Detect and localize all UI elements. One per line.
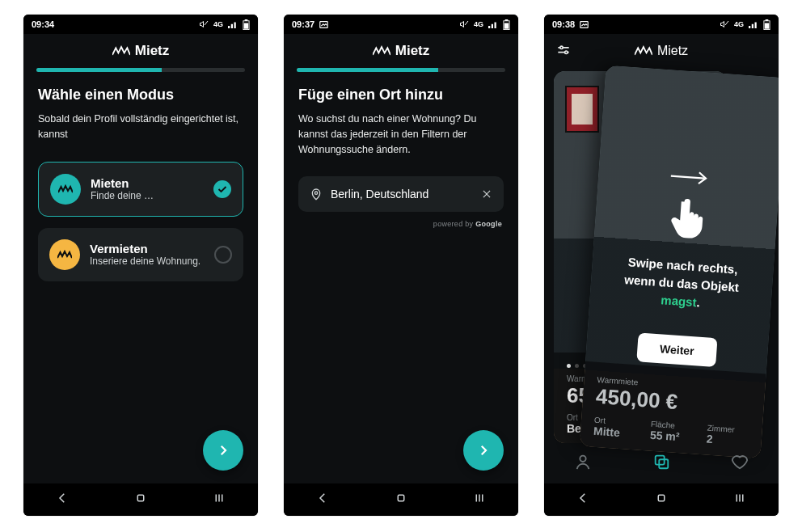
poster-decor bbox=[565, 86, 599, 133]
svg-rect-16 bbox=[398, 495, 404, 501]
onboarding-progress bbox=[297, 68, 505, 72]
mute-icon bbox=[459, 19, 469, 29]
screen-add-location: 09:37 4G Mietz Füge einen Ort hinzu Wo s… bbox=[284, 15, 518, 516]
clock: 09:34 bbox=[32, 19, 54, 29]
svg-line-29 bbox=[671, 176, 704, 179]
svg-rect-4 bbox=[137, 495, 144, 501]
location-value: Berlin, Deutschland bbox=[331, 188, 473, 201]
brand-name: Mietz bbox=[395, 43, 430, 59]
clear-icon[interactable] bbox=[481, 188, 492, 200]
arrow-right-icon bbox=[667, 167, 711, 191]
swipe-instruction: Swipe nach rechts, wenn du das Objekt ma… bbox=[623, 253, 741, 314]
svg-rect-11 bbox=[505, 19, 509, 21]
battery-icon bbox=[763, 19, 770, 29]
mietz-logo-icon bbox=[50, 174, 81, 205]
battery-icon bbox=[503, 19, 510, 29]
filter-icon[interactable] bbox=[555, 43, 572, 59]
screen-mode-select: 09:34 4G Mietz Wähle einen Modus Sobald … bbox=[23, 15, 258, 516]
hand-pointer-icon bbox=[666, 196, 707, 244]
home-icon[interactable] bbox=[394, 491, 408, 509]
radio-unchecked-icon bbox=[214, 246, 232, 264]
bottom-tabs bbox=[544, 443, 779, 483]
tab-profile[interactable] bbox=[574, 453, 592, 474]
brand-name: Mietz bbox=[135, 43, 170, 59]
svg-point-13 bbox=[314, 192, 317, 194]
svg-rect-33 bbox=[658, 495, 665, 501]
network-4g-icon: 4G bbox=[213, 21, 223, 28]
page-title: Füge einen Ort hinzu bbox=[298, 87, 504, 103]
home-icon[interactable] bbox=[133, 491, 148, 509]
brand-logo: Mietz bbox=[635, 44, 688, 58]
app-bar: Mietz bbox=[284, 34, 518, 68]
svg-rect-12 bbox=[504, 23, 509, 29]
status-bar: 09:37 4G bbox=[284, 15, 518, 34]
screenshot-icon bbox=[319, 20, 328, 29]
screenshot-icon bbox=[580, 20, 589, 29]
svg-point-30 bbox=[580, 456, 586, 462]
android-nav-bar bbox=[544, 483, 779, 516]
location-input[interactable]: Berlin, Deutschland bbox=[298, 176, 504, 212]
recents-icon[interactable] bbox=[212, 491, 226, 509]
signal-icon bbox=[228, 21, 238, 28]
option-vermieten[interactable]: Vermieten Inseriere deine Wohnung. bbox=[38, 228, 243, 281]
recents-icon[interactable] bbox=[732, 491, 747, 509]
powered-by: powered by Google bbox=[300, 220, 502, 228]
page-title: Wähle einen Modus bbox=[38, 87, 243, 103]
clock: 09:37 bbox=[292, 19, 314, 29]
svg-rect-23 bbox=[766, 19, 769, 21]
page-subtitle: Wo suchst du nach einer Wohnung? Du kann… bbox=[298, 112, 504, 157]
svg-line-0 bbox=[205, 21, 208, 25]
android-nav-bar bbox=[23, 483, 258, 516]
area-value: 55 m² bbox=[649, 429, 689, 444]
pin-icon bbox=[310, 188, 323, 201]
app-bar: Mietz bbox=[23, 34, 258, 68]
brand-logo: Mietz bbox=[112, 43, 170, 59]
next-button[interactable] bbox=[203, 430, 243, 471]
svg-point-27 bbox=[560, 46, 563, 49]
mietz-logo-icon bbox=[49, 239, 80, 270]
recents-icon[interactable] bbox=[472, 491, 487, 509]
card-stack[interactable]: Warm 65 Ort Berli Warmmiete 450,00 € Ort… bbox=[554, 71, 769, 443]
back-icon[interactable] bbox=[315, 491, 330, 509]
network-4g-icon: 4G bbox=[474, 21, 483, 28]
svg-rect-2 bbox=[245, 19, 248, 21]
clock: 09:38 bbox=[552, 19, 575, 29]
next-button[interactable] bbox=[463, 430, 504, 471]
back-icon[interactable] bbox=[55, 491, 70, 509]
home-icon[interactable] bbox=[654, 491, 669, 509]
svg-rect-24 bbox=[765, 23, 769, 29]
tab-favorites[interactable] bbox=[731, 453, 749, 474]
onboarding-progress bbox=[36, 68, 245, 72]
brand-logo: Mietz bbox=[373, 43, 430, 59]
mute-icon bbox=[720, 19, 729, 29]
option-mieten[interactable]: Mieten Finde deine … bbox=[38, 162, 243, 217]
brand-name: Mietz bbox=[657, 44, 688, 58]
option-title: Vermieten bbox=[90, 242, 200, 255]
svg-point-28 bbox=[565, 51, 568, 53]
svg-line-21 bbox=[725, 21, 728, 25]
screen-swipe-tutorial: 09:38 4G Mietz Warm 65 bbox=[544, 15, 779, 516]
continue-button[interactable]: Weiter bbox=[636, 333, 718, 368]
svg-rect-3 bbox=[244, 23, 248, 29]
tab-stack[interactable] bbox=[652, 453, 670, 474]
status-bar: 09:38 4G bbox=[544, 15, 779, 34]
swipe-overlay: Swipe nach rechts, wenn du das Objekt ma… bbox=[585, 162, 779, 370]
check-icon bbox=[213, 180, 231, 198]
status-bar: 09:34 4G bbox=[23, 15, 258, 34]
loc-value: Mitte bbox=[593, 424, 633, 440]
app-bar: Mietz bbox=[544, 34, 779, 68]
battery-icon bbox=[243, 19, 250, 29]
signal-icon bbox=[749, 21, 758, 28]
android-nav-bar bbox=[284, 483, 518, 516]
listing-card-front[interactable]: Warmmiete 450,00 € Ort Mitte Fläche 55 m… bbox=[580, 65, 779, 458]
option-subtitle: Inseriere deine Wohnung. bbox=[90, 255, 200, 267]
mute-icon bbox=[199, 19, 209, 29]
svg-line-9 bbox=[465, 21, 468, 25]
network-4g-icon: 4G bbox=[734, 21, 744, 28]
page-subtitle: Sobald dein Profil vollständig eingerich… bbox=[38, 112, 243, 142]
signal-icon bbox=[488, 21, 498, 28]
option-subtitle: Finde deine … bbox=[91, 190, 154, 201]
option-title: Mieten bbox=[91, 176, 154, 190]
back-icon[interactable] bbox=[576, 491, 590, 509]
